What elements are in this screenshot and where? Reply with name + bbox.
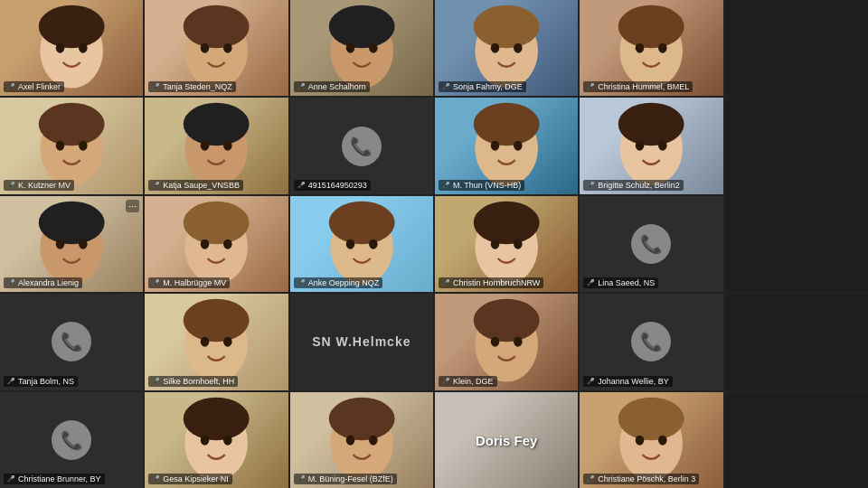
cell-alexandra-lienig: Alexandra Lienig··· [0,196,143,292]
helmcke-text: SN W.Helmcke [312,334,410,349]
svg-point-57 [328,201,394,243]
participant-label: K. Kutzner MV [4,180,74,191]
cell-silke-bornhoeft: Silke Bornhoeft, HH [145,294,288,389]
cell-sonja-fahmy: Sonja Fahmy, DGE [435,0,578,96]
participant-label: Lina Saeed, NS [583,277,658,288]
svg-point-49 [79,239,87,249]
participant-label: Silke Bornhoeft, HH [148,376,238,387]
cell-lina-saeed: 📞Lina Saeed, NS [580,196,722,292]
participant-label: Tanja Bolm, NS [4,376,78,387]
cell-tanja-steden: Tanja Steden_NQZ [145,0,288,96]
svg-point-42 [618,103,684,145]
svg-point-62 [474,201,540,244]
cell-axel-flinker: Axel Flinker [0,0,143,96]
doris-fey-name: Doris Fey [476,432,537,447]
participant-label: Klein, DGE [439,376,497,387]
participant-label: M. Halbrügge MV [148,277,230,288]
participant-label: M. Thun (VNS-HB) [439,180,524,191]
participant-label: Alexandra Lienig [4,277,82,288]
cell-anke-oepping: Anke Oepping NQZ [290,196,433,292]
cell-empty-30 [725,392,868,488]
svg-point-34 [223,141,231,151]
svg-point-33 [201,141,209,151]
cell-christina-hummel: Christina Hummel, BMEL [580,0,722,96]
phone-icon: 📞 [631,224,671,264]
svg-point-67 [184,299,250,342]
cell-doris-fey: Doris Fey [435,392,578,488]
svg-point-23 [636,43,644,53]
participant-label: M. Büning-Fesel (BZfE) [294,474,397,484]
svg-point-89 [658,435,666,445]
svg-point-37 [474,103,540,146]
svg-point-64 [514,239,523,249]
cell-christiane-brunner: 📞Christiane Brunner, BY [0,392,143,488]
svg-point-72 [474,299,540,343]
svg-point-79 [223,435,231,445]
participant-label: Axel Flinker [4,81,64,92]
svg-point-44 [658,141,666,151]
cell-m-thun: M. Thun (VNS-HB) [435,98,578,193]
svg-point-59 [369,239,377,249]
participant-label: Katja Saupe_VNSBB [148,180,243,191]
participant-label: Johanna Wellie, BY [583,376,672,387]
cell-sn-helmcke: SN W.Helmcke [290,294,433,389]
cell-gesa-kipsieker: Gesa Kipsieker NI [145,392,288,488]
more-options-icon[interactable]: ··· [126,200,139,212]
svg-point-8 [201,43,209,53]
svg-point-3 [56,43,64,53]
svg-point-9 [223,43,231,53]
phone-icon: 📞 [52,420,91,460]
svg-point-48 [56,239,64,249]
svg-point-18 [491,43,500,53]
svg-point-13 [345,43,354,53]
svg-point-87 [618,397,684,439]
svg-point-24 [658,43,666,53]
svg-point-63 [491,239,500,249]
cell-phone-4915: 📞4915164950293 [290,98,433,193]
svg-point-39 [514,141,523,151]
svg-point-84 [369,435,377,445]
svg-point-22 [618,5,684,48]
svg-point-17 [474,5,540,49]
participant-label: 4915164950293 [294,180,371,191]
svg-point-69 [223,337,231,347]
svg-point-29 [79,141,87,151]
svg-point-82 [328,397,394,439]
svg-point-47 [39,201,105,243]
cell-m-buning-fesel: M. Büning-Fesel (BZfE) [290,392,433,488]
cell-empty-6 [725,0,868,96]
cell-empty-24 [725,294,868,389]
cell-christiane-poschk: Christiane Pöschk, Berlin 3 [580,392,722,488]
svg-point-54 [223,239,231,249]
participant-label: Tanja Steden_NQZ [148,81,236,92]
phone-icon: 📞 [342,127,382,166]
cell-anne-schalhorn: Anne Schalhorn [290,0,433,96]
svg-point-52 [184,201,250,243]
svg-point-27 [39,103,105,145]
phone-icon: 📞 [52,322,91,361]
participant-label: Anne Schalhorn [294,81,370,92]
svg-point-74 [514,337,523,347]
cell-katja-saupe: Katja Saupe_VNSBB [145,98,288,193]
video-grid: Axel FlinkerTanja Steden_NQZAnne Schalho… [0,0,868,488]
cell-christin-hornbruch: Christin HornbruchNRW [435,196,578,292]
participant-label: Christiane Brunner, BY [4,474,105,484]
svg-point-73 [491,337,500,347]
svg-point-38 [491,141,500,151]
svg-point-14 [369,43,377,53]
cell-johanna-wellie: 📞Johanna Wellie, BY [580,294,722,389]
cell-m-halbrugge: M. Halbrügge MV [145,196,288,292]
svg-point-43 [636,141,644,151]
cell-klein-dge: Klein, DGE [435,294,578,389]
svg-point-77 [184,397,250,439]
svg-point-19 [514,43,523,53]
participant-label: Anke Oepping NQZ [294,277,383,288]
svg-point-2 [39,5,105,48]
phone-icon: 📞 [631,322,671,361]
svg-point-28 [56,141,64,151]
svg-point-53 [201,239,209,249]
cell-empty-18 [725,196,868,292]
cell-brigitte-schulz: Brigitte Schulz, Berlin2 [580,98,722,193]
svg-point-68 [201,337,209,347]
svg-point-12 [328,5,394,48]
